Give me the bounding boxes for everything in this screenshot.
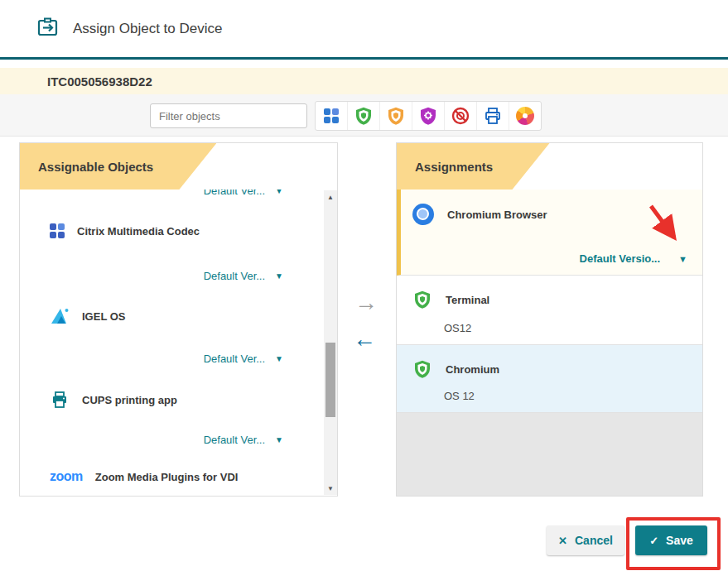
assignments-header: Assignments	[397, 143, 702, 190]
dialog-header: Assign Object to Device	[0, 0, 728, 58]
assignments-panel: Assignments Chromium Browser Default Ver…	[396, 142, 703, 497]
assignable-objects-panel: Assignable Objects Default Ver... ▼ Citr…	[19, 142, 338, 497]
prohibited-icon	[451, 106, 470, 126]
chevron-down-icon: ▼	[275, 271, 283, 281]
scrollbar-down-icon[interactable]: ▼	[324, 482, 337, 495]
device-id: ITC005056938D22	[47, 74, 152, 89]
os-label: OS12	[444, 322, 471, 334]
purple-shield-gear-icon	[418, 106, 438, 126]
list-item-cups-printing-app[interactable]: CUPS printing app Default Ver... ▼	[20, 373, 323, 455]
version-dropdown[interactable]: Default Ver... ▼	[204, 270, 283, 282]
green-shield-icon	[412, 290, 432, 309]
version-dropdown[interactable]: Default Versio... ▼	[580, 252, 687, 265]
chevron-down-icon: ▼	[275, 354, 283, 363]
version-dropdown[interactable]: Default Ver... ▼	[204, 190, 283, 197]
zoom-logo: zoom	[50, 469, 83, 484]
pinwheel-filter-icon[interactable]	[509, 102, 541, 130]
header-divider	[0, 57, 728, 60]
assignable-objects-list: Default Ver... ▼ Citrix Multimedia Codec…	[20, 190, 337, 496]
assignments-title: Assignments	[415, 143, 493, 190]
version-dropdown[interactable]: Default Ver... ▼	[204, 434, 283, 446]
chevron-down-icon: ▼	[678, 254, 687, 264]
assign-device-icon	[36, 17, 60, 41]
blue-printer-icon	[483, 106, 503, 126]
printer-filter-icon[interactable]	[477, 102, 509, 130]
assign-object-dialog: Assign Object to Device ITC005056938D22	[0, 0, 728, 571]
assignment-item-chromium[interactable]: Chromium OS 12	[397, 345, 702, 413]
citrix-grid-icon	[50, 223, 65, 238]
cancel-button[interactable]: ✕ Cancel	[547, 525, 624, 555]
os-label: OS 12	[444, 390, 475, 402]
list-item-igel-os[interactable]: IGEL OS Default Ver... ▼	[20, 290, 323, 374]
orange-shield-icon	[386, 106, 406, 126]
scrollbar[interactable]: ▲ ▼	[324, 190, 337, 495]
filter-objects-input[interactable]	[150, 103, 307, 128]
chevron-down-icon: ▼	[275, 435, 283, 444]
igel-os-icon	[50, 307, 70, 325]
device-id-bar: ITC005056938D22	[0, 68, 728, 94]
unassign-arrow-button[interactable]: ←	[353, 328, 376, 351]
list-item-clipped[interactable]: Default Ver... ▼	[20, 190, 323, 208]
citrix-apps-filter-icon[interactable]	[316, 102, 348, 130]
version-dropdown[interactable]: Default Ver... ▼	[204, 353, 283, 365]
assignable-objects-title: Assignable Objects	[38, 143, 153, 190]
chromium-icon	[412, 204, 434, 225]
check-icon: ✓	[649, 535, 658, 547]
prohibited-filter-icon[interactable]	[445, 102, 477, 130]
assignment-item-chromium-browser[interactable]: Chromium Browser Default Versio... ▼	[397, 190, 702, 276]
save-button[interactable]: ✓ Save	[635, 525, 707, 555]
assign-arrow-button[interactable]: →	[354, 291, 378, 314]
scrollbar-up-icon[interactable]: ▲	[324, 190, 337, 204]
chevron-down-icon: ▼	[275, 190, 283, 195]
objects-toolbar	[0, 94, 728, 137]
grid-icon	[324, 108, 339, 123]
orange-shield-filter-icon[interactable]	[380, 102, 412, 130]
scrollbar-thumb[interactable]	[325, 343, 335, 417]
assignment-item-terminal[interactable]: Terminal OS12	[397, 276, 702, 345]
object-type-filter-group	[315, 101, 542, 131]
close-icon: ✕	[558, 535, 567, 547]
purple-shield-gear-filter-icon[interactable]	[412, 102, 445, 130]
assignable-objects-header: Assignable Objects	[20, 143, 337, 190]
green-shield-icon	[412, 359, 432, 379]
green-shield-icon	[354, 106, 374, 126]
cups-printer-icon	[50, 390, 70, 410]
dialog-title: Assign Object to Device	[73, 21, 222, 37]
green-shield-filter-icon[interactable]	[348, 102, 380, 130]
list-item-zoom-media-plugins[interactable]: zoom Zoom Media Plugins for VDI	[20, 454, 323, 496]
list-item-citrix-multimedia-codec[interactable]: Citrix Multimedia Codec Default Ver... ▼	[20, 207, 323, 291]
pinwheel-icon	[516, 107, 534, 125]
